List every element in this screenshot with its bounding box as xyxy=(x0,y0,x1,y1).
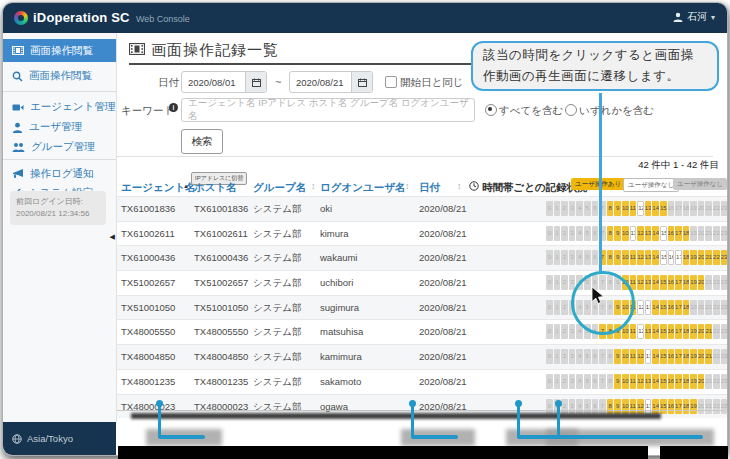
hour-cell[interactable]: 13 xyxy=(645,349,652,364)
hour-cell[interactable]: 18 xyxy=(683,226,690,241)
hour-cell[interactable]: 14 xyxy=(652,275,659,290)
hour-cell[interactable]: 18 xyxy=(683,349,690,364)
hour-cell[interactable]: 11 xyxy=(630,226,637,241)
hour-cell[interactable]: 13 xyxy=(645,201,652,216)
hour-cell[interactable]: 12 xyxy=(637,250,644,265)
hour-cell[interactable]: 21 xyxy=(705,349,712,364)
keyword-input[interactable]: エージェント名 IPアドレス ホスト名 グループ名 ログオンユーザ名 xyxy=(181,98,475,122)
sidebar-item-user-mgmt[interactable]: ユーザ管理 xyxy=(3,117,116,137)
hour-cell[interactable]: 9 xyxy=(614,250,621,265)
hour-cell[interactable]: 13 xyxy=(645,275,652,290)
hour-cell[interactable]: 14 xyxy=(652,324,659,339)
hour-cell[interactable]: 14 xyxy=(652,226,659,241)
hour-cell[interactable]: 14 xyxy=(652,399,659,414)
hour-cell[interactable]: 19 xyxy=(690,349,697,364)
date-to-input[interactable]: 2020/08/21 xyxy=(289,71,373,93)
hour-cell[interactable]: 13 xyxy=(645,324,652,339)
hour-cell[interactable]: 12 xyxy=(637,201,644,216)
hour-cell[interactable]: 18 xyxy=(683,324,690,339)
hour-cell[interactable]: 18 xyxy=(683,399,690,414)
hour-cell[interactable]: 15 xyxy=(660,349,667,364)
hour-cell[interactable]: 14 xyxy=(652,349,659,364)
radio-contains-all[interactable] xyxy=(485,104,497,116)
column-header-group[interactable]: グループ名 xyxy=(253,181,306,195)
hour-cell[interactable]: 11 xyxy=(630,399,637,414)
hour-cell[interactable]: 19 xyxy=(690,374,697,389)
hour-cell[interactable]: 17 xyxy=(675,349,682,364)
hour-cell[interactable]: 16 xyxy=(668,300,675,315)
hour-cell[interactable]: 14 xyxy=(652,201,659,216)
hour-cell[interactable]: 11 xyxy=(630,250,637,265)
search-button[interactable]: 検索 xyxy=(181,129,223,154)
column-header-host[interactable]: ホスト名 xyxy=(194,181,237,195)
hour-cell[interactable]: 16 xyxy=(668,275,675,290)
hour-cell[interactable]: 21 xyxy=(705,324,712,339)
user-menu[interactable]: 石河 ▾ xyxy=(673,10,715,24)
hour-cell[interactable]: 12 xyxy=(637,374,644,389)
hour-cell[interactable]: 15 xyxy=(660,324,667,339)
sidebar-item-screen-ops-view[interactable]: 画面操作閲覧 xyxy=(3,39,116,62)
sidebar-collapse-handle[interactable]: ◀ xyxy=(110,233,115,241)
radio-contains-any[interactable] xyxy=(565,104,577,116)
hour-cell[interactable]: 17 xyxy=(675,275,682,290)
hour-cell[interactable]: 15 xyxy=(660,399,667,414)
hour-cell[interactable]: 11 xyxy=(630,201,637,216)
hour-cell[interactable]: 22 xyxy=(713,250,720,265)
hour-cell[interactable]: 9 xyxy=(614,226,621,241)
hour-cell[interactable]: 12 xyxy=(637,300,644,315)
hour-cell[interactable]: 17 xyxy=(675,250,682,265)
hour-cell[interactable]: 15 xyxy=(660,374,667,389)
column-header-user[interactable]: ログオンユーザ名 xyxy=(320,181,405,195)
hour-cell[interactable]: 15 xyxy=(660,300,667,315)
hour-cell[interactable]: 9 xyxy=(614,399,621,414)
hour-cell[interactable]: 12 xyxy=(637,275,644,290)
hour-cell[interactable]: 19 xyxy=(690,250,697,265)
same-as-start-checkbox[interactable] xyxy=(385,76,397,88)
hour-cell[interactable]: 9 xyxy=(614,374,621,389)
hour-cell[interactable]: 13 xyxy=(645,374,652,389)
hour-cell[interactable]: 20 xyxy=(698,324,705,339)
hour-cell[interactable]: 16 xyxy=(668,250,675,265)
calendar-button[interactable] xyxy=(351,72,372,92)
hour-cell[interactable]: 13 xyxy=(645,250,652,265)
sidebar-item-group-mgmt[interactable]: グループ管理 xyxy=(3,137,116,157)
hour-cell[interactable]: 23 xyxy=(721,250,728,265)
hour-cell[interactable]: 20 xyxy=(698,250,705,265)
hour-cell[interactable]: 19 xyxy=(690,399,697,414)
hour-cell[interactable]: 10 xyxy=(622,349,629,364)
hour-cell[interactable]: 15 xyxy=(660,250,667,265)
hour-cell[interactable]: 10 xyxy=(622,374,629,389)
hour-cell[interactable]: 18 xyxy=(683,250,690,265)
hour-cell[interactable]: 12 xyxy=(637,324,644,339)
hour-cell[interactable]: 17 xyxy=(675,399,682,414)
hour-cell[interactable]: 11 xyxy=(630,374,637,389)
hour-cell[interactable]: 16 xyxy=(668,374,675,389)
hour-cell[interactable]: 20 xyxy=(698,374,705,389)
hour-cell[interactable]: 16 xyxy=(668,399,675,414)
hour-cell[interactable]: 10 xyxy=(622,201,629,216)
hour-cell[interactable]: 8 xyxy=(607,399,614,414)
hour-cell[interactable]: 10 xyxy=(622,250,629,265)
hour-cell[interactable]: 18 xyxy=(683,300,690,315)
hour-cell[interactable]: 10 xyxy=(622,399,629,414)
hour-cell[interactable]: 13 xyxy=(645,300,652,315)
hour-cell[interactable]: 15 xyxy=(660,275,667,290)
hour-cell[interactable]: 15 xyxy=(660,201,667,216)
hour-cell[interactable]: 12 xyxy=(637,226,644,241)
hour-cell[interactable]: 11 xyxy=(630,349,637,364)
hour-cell[interactable]: 13 xyxy=(645,226,652,241)
hour-cell[interactable]: 14 xyxy=(652,374,659,389)
hour-cell[interactable]: 20 xyxy=(698,275,705,290)
calendar-button[interactable] xyxy=(245,72,266,92)
sidebar-item-screen-ops-search[interactable]: 画面操作閲覧 xyxy=(3,66,116,86)
hour-cell[interactable]: 19 xyxy=(690,324,697,339)
hour-cell[interactable]: 16 xyxy=(668,349,675,364)
hour-cell[interactable]: 8 xyxy=(607,226,614,241)
hour-cell[interactable]: 16 xyxy=(668,324,675,339)
sidebar-item-log-notify[interactable]: 操作ログ通知 xyxy=(3,164,116,184)
hour-cell[interactable]: 17 xyxy=(675,300,682,315)
hour-cell[interactable]: 12 xyxy=(637,399,644,414)
hour-cell[interactable]: 13 xyxy=(645,399,652,414)
hour-cell[interactable]: 17 xyxy=(675,324,682,339)
hour-cell[interactable]: 18 xyxy=(683,275,690,290)
